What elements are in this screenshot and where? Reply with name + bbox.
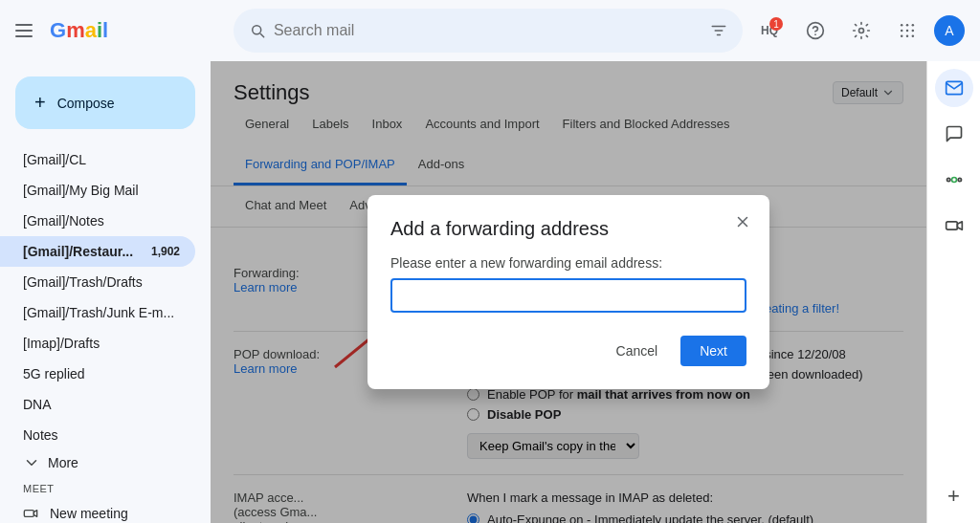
sidebar-item-gmail-cl[interactable]: [Gmail]/CL xyxy=(0,144,195,175)
chat-icon xyxy=(945,124,964,143)
apps-icon-btn[interactable] xyxy=(888,11,926,50)
sidebar-item-gmail-mybigmail[interactable]: [Gmail]/My Big Mail xyxy=(0,175,195,206)
topbar-left: Gmail xyxy=(15,18,226,43)
sidebar-item-dna[interactable]: DNA xyxy=(0,389,195,420)
spaces-icon xyxy=(945,170,964,189)
next-button[interactable]: Next xyxy=(680,336,746,366)
settings-content: Settings Default General Labels Inbox Ac… xyxy=(211,61,926,523)
modal-close-button[interactable] xyxy=(727,207,758,237)
right-icon-mail[interactable] xyxy=(935,69,973,107)
sidebar-item-notes[interactable]: Notes xyxy=(0,420,195,450)
sidebar-item-imap-drafts[interactable]: [Imap]/Drafts xyxy=(0,328,195,359)
sidebar-item-label: [Gmail]/Restaur... xyxy=(23,244,147,259)
topbar-right: HQ 1 A xyxy=(750,11,965,50)
sidebar-item-label: New meeting xyxy=(50,506,180,521)
sidebar-item-label: [Gmail]/CL xyxy=(23,152,180,167)
help-icon xyxy=(806,21,825,40)
more-label: More xyxy=(48,455,78,470)
sidebar-item-5g-replied[interactable]: 5G replied xyxy=(0,359,195,389)
svg-point-16 xyxy=(947,178,949,181)
sidebar-item-label: Notes xyxy=(23,427,180,443)
gmail-m-letter: Gmail xyxy=(50,18,108,43)
svg-point-4 xyxy=(906,24,909,27)
sidebar-item-gmail-trash-drafts[interactable]: [Gmail]/Trash/Drafts xyxy=(0,267,195,297)
menu-icon[interactable] xyxy=(15,19,38,42)
forwarding-modal: Add a forwarding address Please enter a … xyxy=(368,195,769,389)
sidebar-item-gmail-restaur[interactable]: [Gmail]/Restaur... 1,902 xyxy=(0,236,195,267)
help-icon-btn[interactable] xyxy=(796,11,835,50)
forwarding-email-input[interactable] xyxy=(390,278,746,313)
svg-rect-18 xyxy=(946,222,957,229)
search-icon xyxy=(249,21,266,40)
meet-section-label: Meet xyxy=(0,475,211,498)
svg-point-2 xyxy=(859,29,864,33)
sidebar-item-gmail-trash-junk[interactable]: [Gmail]/Trash/Junk E-m... xyxy=(0,297,195,328)
sidebar: + Compose [Gmail]/CL [Gmail]/My Big Mail… xyxy=(0,61,211,523)
close-icon xyxy=(734,213,751,230)
search-options-icon[interactable] xyxy=(710,21,727,40)
sidebar-item-label: [Imap]/Drafts xyxy=(23,336,180,351)
mail-icon xyxy=(945,78,964,98)
sidebar-item-label: [Gmail]/Notes xyxy=(23,213,180,229)
gmail-logo: Gmail xyxy=(50,18,108,43)
modal-actions: Cancel Next xyxy=(390,336,746,366)
gear-icon xyxy=(852,21,871,40)
svg-point-8 xyxy=(912,30,915,33)
apps-icon xyxy=(898,21,917,40)
sidebar-item-label: [Gmail]/Trash/Drafts xyxy=(23,274,180,290)
svg-rect-12 xyxy=(24,511,33,517)
svg-point-17 xyxy=(958,178,961,181)
svg-point-5 xyxy=(912,24,915,27)
avatar[interactable]: A xyxy=(934,15,965,46)
sidebar-item-label: [Gmail]/My Big Mail xyxy=(23,183,180,198)
cancel-button[interactable]: Cancel xyxy=(601,336,674,366)
modal-title: Add a forwarding address xyxy=(390,218,746,240)
svg-point-15 xyxy=(951,178,956,183)
chevron-down-icon xyxy=(23,454,40,471)
sidebar-item-label: [Gmail]/Trash/Junk E-m... xyxy=(23,305,180,320)
svg-point-3 xyxy=(901,24,903,27)
compose-button[interactable]: + Compose xyxy=(15,76,195,129)
more-toggle[interactable]: More xyxy=(0,450,211,475)
compose-label: Compose xyxy=(57,96,115,111)
compose-plus-icon: + xyxy=(34,92,46,114)
right-icon-add[interactable]: + xyxy=(935,477,973,515)
sidebar-item-label: 5G replied xyxy=(23,366,180,381)
settings-icon-btn[interactable] xyxy=(842,11,880,50)
video-icon xyxy=(23,506,38,521)
svg-point-9 xyxy=(901,35,903,38)
main-layout: + Compose [Gmail]/CL [Gmail]/My Big Mail… xyxy=(0,61,980,523)
svg-point-1 xyxy=(814,33,816,35)
sidebar-item-new-meeting[interactable]: New meeting xyxy=(0,498,195,523)
modal-overlay: Add a forwarding address Please enter a … xyxy=(211,61,926,523)
sidebar-item-label: DNA xyxy=(23,397,180,412)
svg-point-10 xyxy=(906,35,909,38)
topbar: Gmail HQ 1 xyxy=(0,0,980,61)
right-icon-chat[interactable] xyxy=(935,115,973,153)
notification-badge: 1 xyxy=(769,17,783,31)
search-bar[interactable] xyxy=(234,9,743,53)
right-icon-meet[interactable] xyxy=(935,207,973,245)
hq-icon-btn[interactable]: HQ 1 xyxy=(750,11,789,50)
right-sidebar: + xyxy=(926,61,980,523)
search-input[interactable] xyxy=(274,22,702,39)
sidebar-item-count: 1,902 xyxy=(151,245,180,258)
svg-point-6 xyxy=(901,30,903,33)
sidebar-item-gmail-notes[interactable]: [Gmail]/Notes xyxy=(0,206,195,236)
svg-point-7 xyxy=(906,30,909,33)
modal-label: Please enter a new forwarding email addr… xyxy=(390,255,746,271)
svg-point-11 xyxy=(912,35,915,38)
right-icon-spaces[interactable] xyxy=(935,161,973,199)
video-meet-icon xyxy=(945,216,964,235)
